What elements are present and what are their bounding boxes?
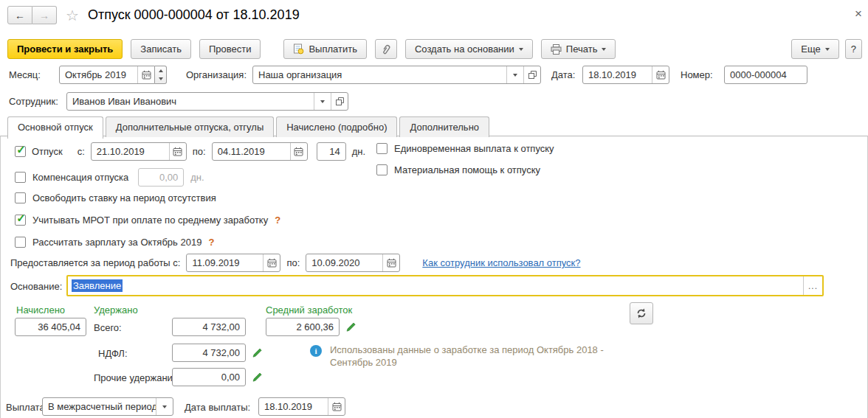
compensation-units: дн. — [190, 172, 204, 183]
pay-button[interactable]: Выплатить — [283, 39, 367, 59]
other-withholdings-label: Прочие удержания: — [94, 372, 181, 383]
post-label: Провести — [209, 43, 252, 55]
calc-salary-checkbox[interactable] — [15, 237, 26, 248]
mrot-help-icon[interactable]: ? — [275, 215, 280, 226]
open-link-icon[interactable] — [331, 93, 348, 110]
dropdown-caret-icon[interactable] — [506, 66, 523, 83]
open-link-icon[interactable] — [523, 66, 540, 83]
create-based-on-button[interactable]: Создать на основании — [405, 39, 533, 59]
tab-main-vacation[interactable]: Основной отпуск — [7, 116, 103, 139]
calendar-icon[interactable] — [290, 143, 307, 160]
date-field[interactable]: 18.10.2019 — [582, 66, 669, 84]
mrot-checkbox[interactable]: ✓ — [15, 215, 26, 226]
organization-value[interactable]: Наша организация — [253, 69, 506, 80]
payment-date-value[interactable]: 18.10.2019 — [259, 401, 328, 412]
calendar-icon[interactable] — [169, 143, 186, 160]
vacation-from-value[interactable]: 21.10.2019 — [92, 146, 169, 157]
nav-history-group: ← → — [7, 6, 57, 24]
month-field[interactable]: Октябрь 2019 — [59, 66, 155, 84]
material-aid-label: Материальная помощь к отпуску — [394, 164, 540, 175]
work-period-from-value[interactable]: 11.09.2019 — [187, 257, 263, 268]
post-and-close-button[interactable]: Провести и закрыть — [7, 39, 123, 59]
ellipsis-button[interactable]: ... — [803, 276, 822, 295]
stepper-down-icon[interactable] — [155, 75, 166, 84]
favorite-star-icon[interactable]: ☆ — [66, 7, 79, 24]
number-field[interactable]: 0000-000004 — [724, 66, 807, 84]
create-based-on-label: Создать на основании — [415, 43, 514, 55]
work-period-label: Предоставляется за период работы с: — [10, 257, 180, 268]
more-button[interactable]: Еще — [791, 39, 838, 59]
edit-ndfl-pencil-icon[interactable] — [252, 347, 263, 358]
forward-arrow-icon: → — [39, 10, 49, 21]
withheld-total-field[interactable]: 4 732,00 — [172, 318, 246, 336]
other-withholdings-value[interactable]: 0,00 — [173, 372, 245, 383]
basis-value[interactable]: Заявление — [68, 280, 803, 291]
vacation-to-label: по: — [193, 146, 206, 157]
work-period-to-value[interactable]: 10.09.2020 — [306, 257, 382, 268]
month-label: Месяц: — [9, 69, 41, 80]
dropdown-caret-icon[interactable] — [156, 398, 173, 415]
chevron-down-icon — [519, 48, 523, 51]
vacation-checkbox[interactable]: ✓ — [15, 146, 26, 157]
month-value[interactable]: Октябрь 2019 — [60, 69, 137, 80]
number-value[interactable]: 0000-000004 — [725, 69, 807, 80]
close-icon[interactable]: × — [855, 7, 862, 20]
recalculate-button[interactable] — [630, 302, 653, 324]
calendar-icon[interactable] — [328, 398, 345, 415]
payment-type-field[interactable]: В межрасчетный период — [42, 397, 173, 416]
basis-field[interactable]: Заявление ... — [66, 275, 824, 296]
calc-salary-help-icon[interactable]: ? — [208, 237, 214, 248]
free-rate-checkbox[interactable] — [15, 192, 26, 203]
employee-value[interactable]: Иванов Иван Иванович — [67, 96, 314, 107]
tab-accrued-detail[interactable]: Начислено (подробно) — [276, 116, 397, 137]
forward-button[interactable]: → — [32, 6, 57, 24]
other-withholdings-field[interactable]: 0,00 — [172, 368, 246, 386]
accrued-field[interactable]: 36 405,04 — [15, 318, 86, 336]
accrued-value[interactable]: 36 405,04 — [16, 321, 86, 332]
stepper-up-icon[interactable] — [155, 66, 166, 75]
withheld-total-value[interactable]: 4 732,00 — [173, 321, 245, 332]
print-button[interactable]: Печать — [541, 39, 616, 59]
ndfl-value[interactable]: 4 732,00 — [173, 347, 245, 358]
lump-sum-label: Единовременная выплата к отпуску — [394, 143, 554, 154]
vacation-to-value[interactable]: 04.11.2019 — [213, 146, 290, 157]
calendar-icon[interactable] — [652, 66, 669, 83]
free-rate-row: Освободить ставку на период отсутствия — [15, 192, 216, 203]
work-period-to-field[interactable]: 10.09.2020 — [306, 254, 400, 272]
vacation-usage-link[interactable]: Как сотрудник использовал отпуск? — [422, 257, 580, 268]
chevron-down-icon — [825, 48, 830, 51]
back-button[interactable]: ← — [7, 6, 32, 24]
attachments-button[interactable] — [375, 39, 397, 59]
average-earnings-value[interactable]: 2 600,36 — [266, 321, 339, 332]
dropdown-caret-icon[interactable] — [314, 93, 331, 110]
post-button[interactable]: Провести — [199, 39, 261, 59]
vacation-to-field[interactable]: 04.11.2019 — [212, 142, 308, 161]
work-period-from-field[interactable]: 11.09.2019 — [186, 254, 280, 272]
tab-additional[interactable]: Дополнительно — [399, 116, 489, 137]
average-earnings-field[interactable]: 2 600,36 — [266, 318, 340, 336]
employee-field[interactable]: Иванов Иван Иванович — [66, 92, 348, 111]
save-button[interactable]: Записать — [131, 39, 191, 59]
ndfl-field[interactable]: 4 732,00 — [172, 344, 246, 362]
help-button[interactable]: ? — [845, 39, 862, 59]
payment-type-value[interactable]: В межрасчетный период — [43, 401, 156, 412]
vacation-days-field[interactable]: 14 — [317, 142, 346, 161]
edit-average-pencil-icon[interactable] — [345, 321, 356, 332]
vacation-from-field[interactable]: 21.10.2019 — [91, 142, 187, 161]
compensation-checkbox[interactable] — [15, 172, 26, 183]
print-label: Печать — [566, 43, 598, 55]
vacation-days-value[interactable]: 14 — [317, 146, 345, 157]
lump-sum-checkbox[interactable] — [376, 143, 388, 154]
free-rate-label: Освободить ставку на период отсутствия — [32, 192, 216, 203]
tab-additional-vacations[interactable]: Дополнительные отпуска, отгулы — [106, 116, 275, 137]
payment-date-field[interactable]: 18.10.2019 — [258, 397, 345, 416]
edit-other-pencil-icon[interactable] — [252, 372, 263, 383]
pay-label: Выплатить — [309, 43, 357, 55]
calendar-icon[interactable] — [382, 254, 399, 271]
material-aid-checkbox[interactable] — [376, 164, 388, 175]
date-value[interactable]: 18.10.2019 — [583, 69, 652, 80]
organization-field[interactable]: Наша организация — [252, 66, 541, 84]
calendar-icon[interactable] — [137, 66, 154, 83]
calendar-icon[interactable] — [263, 254, 280, 271]
month-field-group: Октябрь 2019 — [59, 66, 167, 84]
